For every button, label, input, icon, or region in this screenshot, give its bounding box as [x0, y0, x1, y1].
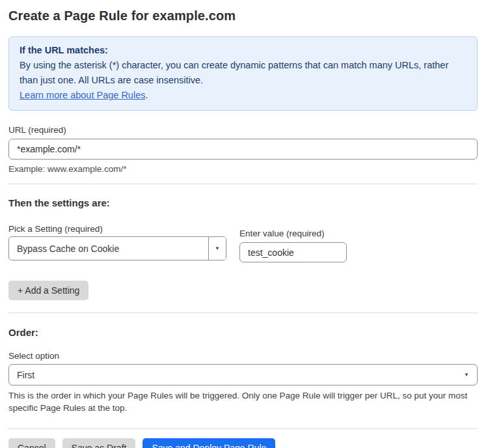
divider-footer	[8, 428, 478, 429]
setting-value-input[interactable]	[239, 242, 347, 262]
page-title: Create a Page Rule for example.com	[8, 8, 478, 23]
info-box-body: By using the asterisk (*) character, you…	[20, 58, 467, 88]
save-as-draft-button[interactable]: Save as Draft	[62, 438, 136, 448]
info-box-heading: If the URL matches:	[20, 43, 467, 58]
url-match-info-box: If the URL matches: By using the asteris…	[8, 36, 478, 111]
order-select-label: Select option	[8, 351, 478, 361]
add-setting-button[interactable]: + Add a Setting	[8, 281, 88, 300]
pick-setting-column: Pick a Setting (required) Bypass Cache o…	[8, 224, 226, 260]
settings-section-heading: Then the settings are:	[8, 197, 478, 208]
save-and-deploy-button[interactable]: Save and Deploy Page Rule	[142, 438, 275, 448]
url-example-helper: Example: www.example.com/*	[8, 164, 478, 174]
cancel-button[interactable]: Cancel	[8, 438, 55, 448]
pick-setting-label: Pick a Setting (required)	[8, 224, 226, 234]
settings-row: Pick a Setting (required) Bypass Cache o…	[8, 224, 478, 262]
link-period: .	[145, 90, 148, 100]
order-section-heading: Order:	[8, 327, 478, 338]
enter-value-label: Enter value (required)	[239, 229, 347, 238]
info-box-link-line: Learn more about Page Rules.	[20, 88, 467, 103]
divider-settings-order	[8, 313, 478, 313]
order-helper-text: This is the order in which your Page Rul…	[8, 389, 478, 414]
pick-setting-dropdown-button[interactable]: ▼	[208, 237, 226, 260]
url-field-label: URL (required)	[8, 125, 478, 135]
create-page-rule-panel: Create a Page Rule for example.com If th…	[0, 0, 488, 448]
divider-url-settings	[8, 184, 478, 184]
enter-value-column: Enter value (required)	[239, 229, 347, 262]
chevron-down-icon: ▼	[215, 246, 220, 251]
order-selected-value: First	[17, 370, 34, 380]
pick-setting-selected-value: Bypass Cache on Cookie	[9, 237, 208, 260]
chevron-down-icon: ▼	[464, 372, 469, 378]
footer-button-row: Cancel Save as Draft Save and Deploy Pag…	[8, 438, 478, 448]
pick-setting-dropdown[interactable]: Bypass Cache on Cookie ▼	[8, 236, 226, 260]
url-input[interactable]	[8, 139, 478, 160]
learn-more-link[interactable]: Learn more about Page Rules	[20, 90, 145, 100]
order-select[interactable]: First ▼	[8, 364, 478, 385]
